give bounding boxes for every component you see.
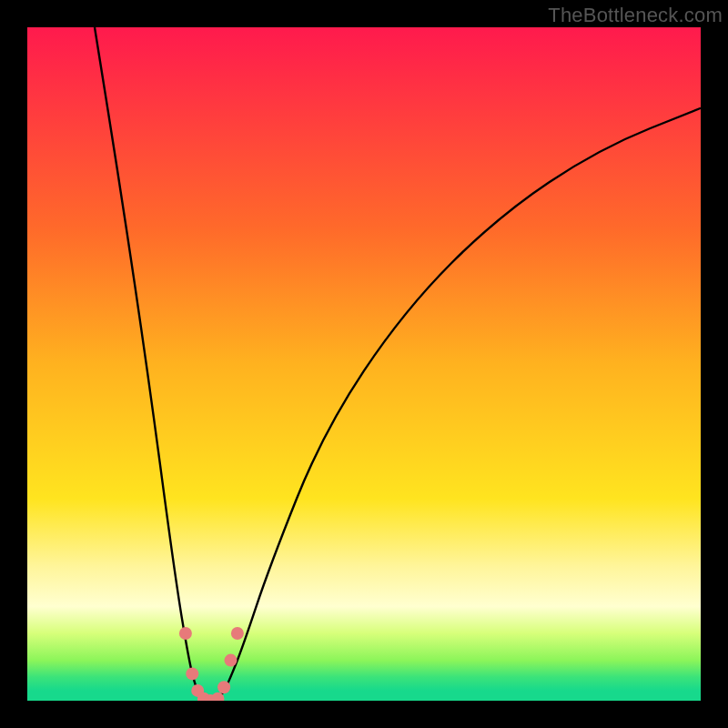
plot-frame — [27, 27, 701, 701]
watermark-text: TheBottleneck.com — [548, 4, 723, 27]
svg-rect-0 — [27, 27, 701, 701]
heat-gradient-background — [27, 27, 701, 701]
